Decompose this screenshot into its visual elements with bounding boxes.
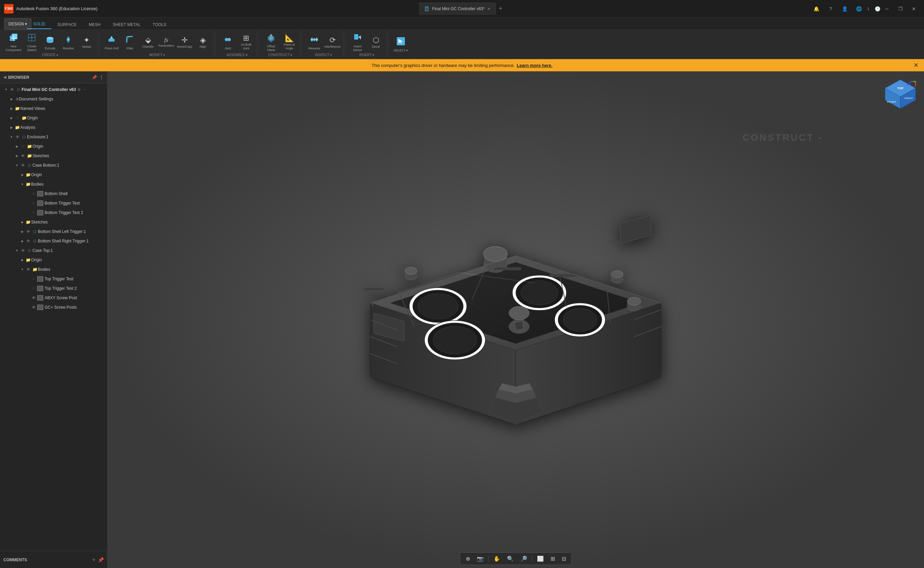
tree-eye-btt[interactable]: 👁 bbox=[30, 201, 37, 206]
tree-item-gcplus-screw[interactable]: 👁 GC+ Screw Posts bbox=[0, 303, 107, 312]
extrude-button[interactable]: Extrude bbox=[41, 32, 59, 53]
tree-item-origin-1[interactable]: ▶ 👁 📁 Origin bbox=[0, 113, 107, 123]
tree-item-bottom-trigger-test2[interactable]: 👁 Bottom Trigger Test 2 bbox=[0, 208, 107, 218]
tree-item-bottom-trigger-test[interactable]: 👁 Bottom Trigger Test bbox=[0, 198, 107, 208]
perf-close-button[interactable]: ✕ bbox=[913, 62, 919, 69]
create-sketch-button[interactable]: Create Sketch bbox=[23, 33, 41, 52]
tree-item-named-views[interactable]: ▶ 📁 Named Views bbox=[0, 104, 107, 113]
tree-item-case-top[interactable]: ▼ 👁 ⬡ Case Top:1 bbox=[0, 246, 107, 255]
display-mode-button[interactable]: ⬜ bbox=[534, 554, 547, 563]
tree-toggle-enc-origin[interactable]: ▶ bbox=[14, 144, 20, 149]
tree-eye-ttt[interactable]: 👁 bbox=[30, 276, 37, 282]
align-button[interactable]: ◈ Align bbox=[194, 33, 211, 52]
tree-toggle-ct-bodies[interactable]: ▼ bbox=[20, 267, 25, 272]
perf-learn-more-link[interactable]: Learn more here. bbox=[517, 63, 553, 68]
offset-plane-button[interactable]: Offset Plane bbox=[262, 33, 280, 52]
camera-button[interactable]: 📷 bbox=[474, 554, 486, 563]
tree-item-root[interactable]: ▼ 👁 ⬡ Final Mini GC Controller v63 ⚙ ⋯ bbox=[0, 85, 107, 94]
tab-solid[interactable]: SOLID bbox=[27, 20, 51, 29]
comments-add-button[interactable]: + bbox=[92, 557, 95, 563]
minimize-button[interactable]: ─ bbox=[881, 4, 893, 14]
tree-item-bs-right[interactable]: ▶ 👁 ⬡ Bottom Shell Right Trigger:1 bbox=[0, 236, 107, 246]
new-tab-button[interactable]: + bbox=[496, 5, 505, 12]
tree-item-enc-sketches[interactable]: ▶ 👁 📁 Sketches bbox=[0, 151, 107, 161]
tree-item-ct-bodies[interactable]: ▼ 👁 📁 Bodies bbox=[0, 265, 107, 274]
tree-toggle-cb-origin[interactable]: ▶ bbox=[20, 172, 25, 177]
tree-eye-enc-origin[interactable]: 👁 bbox=[20, 144, 26, 149]
tree-item-cb-bodies[interactable]: ▼ 📁 Bodies bbox=[0, 180, 107, 189]
tree-item-top-trigger-test[interactable]: 👁 Top Trigger Test bbox=[0, 274, 107, 284]
browser-settings-icon[interactable]: ⋮ bbox=[99, 75, 104, 80]
tree-eye-ttt2[interactable]: 👁 bbox=[30, 286, 37, 291]
select-button[interactable]: SELECT ▾ bbox=[392, 34, 410, 54]
tab-surface[interactable]: SURFACE bbox=[51, 20, 83, 29]
tree-item-abxy-screw[interactable]: 👁 ABXY Screw Post bbox=[0, 293, 107, 303]
active-tab[interactable]: Final Mini GC Controller v63* ✕ bbox=[419, 3, 496, 15]
tree-toggle-bs-right[interactable]: ▶ bbox=[20, 238, 25, 244]
zoom-fit-button[interactable]: 🔎 bbox=[518, 554, 530, 563]
tab-close-button[interactable]: ✕ bbox=[487, 7, 490, 11]
root-settings-icon[interactable]: ⚙ bbox=[77, 88, 81, 92]
tree-item-bottom-shell[interactable]: 👁 Bottom Shell bbox=[0, 189, 107, 198]
tree-toggle-doc[interactable]: ▶ bbox=[9, 96, 14, 102]
tab-mesh[interactable]: MESH bbox=[83, 20, 107, 29]
tree-eye-abxy[interactable]: 👁 bbox=[30, 295, 37, 301]
nav-cube[interactable]: TOP FRONT RIGHT bbox=[883, 78, 917, 112]
browser-collapse-icon[interactable]: ◀ bbox=[3, 75, 6, 80]
viewport[interactable]: CONSTRUCT - bbox=[107, 71, 924, 568]
tree-eye-enclosure[interactable]: 👁 bbox=[14, 134, 21, 140]
tree-eye-case-bottom[interactable]: 👁 bbox=[20, 163, 26, 168]
tree-toggle-root[interactable]: ▼ bbox=[3, 87, 9, 92]
tree-toggle-named-views[interactable]: ▶ bbox=[9, 106, 14, 111]
tree-toggle-cb-bodies[interactable]: ▼ bbox=[20, 181, 25, 187]
sweep-button[interactable]: ✦ Sweep bbox=[78, 33, 95, 52]
maximize-button[interactable]: ❐ bbox=[894, 4, 906, 14]
chamfer-button[interactable]: ⬙ Chamfer bbox=[139, 33, 157, 52]
tree-eye-root[interactable]: 👁 bbox=[9, 87, 15, 92]
pan-button[interactable]: ✋ bbox=[491, 554, 503, 563]
zoom-button[interactable]: 🔍 bbox=[504, 554, 516, 563]
tree-eye-gcplus[interactable]: 👁 bbox=[30, 305, 37, 310]
tree-item-analysis[interactable]: ▶ 📁 Analysis bbox=[0, 123, 107, 132]
tree-toggle-ct-origin[interactable]: ▶ bbox=[20, 257, 25, 263]
tree-toggle-enclosure[interactable]: ▼ bbox=[9, 134, 14, 140]
tree-toggle-origin-1[interactable]: ▶ bbox=[9, 115, 14, 121]
tree-eye-bottom-shell[interactable]: 👁 bbox=[30, 191, 37, 196]
notifications-button[interactable]: 🔔 bbox=[811, 4, 823, 14]
tree-toggle-enc-sketches[interactable]: ▶ bbox=[14, 153, 20, 159]
insert-derive-button[interactable]: Insert Derive bbox=[349, 33, 366, 52]
help-button[interactable]: ? bbox=[825, 4, 837, 14]
as-built-joint-button[interactable]: ⊞ As-Built Joint bbox=[237, 33, 255, 52]
tree-eye-bs-right[interactable]: 👁 bbox=[25, 238, 32, 244]
tree-item-ct-origin[interactable]: ▶ 📁 Origin bbox=[0, 255, 107, 265]
tree-item-enclosure[interactable]: ▼ 👁 ⬡ Enclosure:1 bbox=[0, 132, 107, 142]
new-component-button[interactable]: New Component bbox=[5, 33, 22, 52]
tab-tools[interactable]: TOOLS bbox=[147, 20, 172, 29]
account-button[interactable]: 👤 bbox=[839, 4, 851, 14]
root-options-icon[interactable]: ⋯ bbox=[82, 88, 86, 92]
tree-eye-ct-bodies[interactable]: 👁 bbox=[25, 267, 32, 272]
tree-eye-btt2[interactable]: 👁 bbox=[30, 210, 37, 215]
tree-eye-case-top[interactable]: 👁 bbox=[20, 248, 26, 253]
revolve-button[interactable]: Revolve bbox=[59, 33, 77, 52]
tree-item-top-trigger-test2[interactable]: 👁 Top Trigger Test 2 bbox=[0, 284, 107, 293]
parameters-button[interactable]: fx Parameters bbox=[157, 33, 175, 52]
plane-at-angle-button[interactable]: 📐 Plane at Angle bbox=[280, 33, 298, 52]
measure-button[interactable]: Measure bbox=[306, 33, 323, 52]
grid-button[interactable]: ⊞ bbox=[548, 554, 558, 563]
interference-button[interactable]: ⟳ Interference bbox=[324, 33, 341, 52]
tab-sheetmetal[interactable]: SHEET METAL bbox=[107, 20, 146, 29]
tree-toggle-analysis[interactable]: ▶ bbox=[9, 125, 14, 130]
tree-eye-enc-sketches[interactable]: 👁 bbox=[20, 153, 26, 159]
joint-button[interactable]: Joint bbox=[219, 33, 237, 52]
move-button[interactable]: ✛ Move/Copy bbox=[176, 33, 193, 52]
tree-item-case-bottom[interactable]: ▼ 👁 ⬡ Case Bottom:1 bbox=[0, 161, 107, 170]
fillet-button[interactable]: Fillet bbox=[121, 33, 139, 52]
tree-toggle-case-top[interactable]: ▼ bbox=[14, 248, 20, 253]
tree-toggle-case-bottom[interactable]: ▼ bbox=[14, 163, 20, 168]
more-display-button[interactable]: ⊟ bbox=[559, 554, 569, 563]
tree-toggle-cb-sketches[interactable]: ▶ bbox=[20, 219, 25, 225]
tree-toggle-bs-left[interactable]: ▶ bbox=[20, 229, 25, 234]
tree-item-cb-origin[interactable]: ▶ 📁 Origin bbox=[0, 170, 107, 180]
decal-button[interactable]: ⬡ Decal bbox=[367, 33, 384, 52]
